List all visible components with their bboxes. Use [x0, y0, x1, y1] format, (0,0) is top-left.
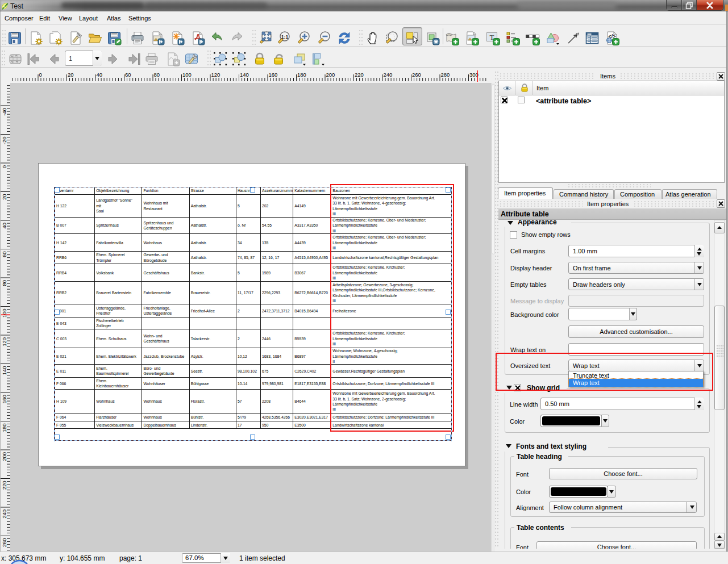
svg-text:200: 200 [326, 72, 335, 78]
svg-text:40: 40 [1, 223, 7, 229]
svg-text:220: 220 [1, 481, 7, 490]
svg-text:220: 220 [355, 72, 364, 78]
svg-text:0: 0 [39, 72, 42, 78]
svg-text:240: 240 [1, 509, 7, 519]
svg-text:60: 60 [1, 252, 7, 258]
svg-text:260: 260 [412, 72, 421, 78]
svg-text:100: 100 [1, 309, 7, 318]
svg-text:80: 80 [1, 280, 7, 286]
svg-text:20: 20 [1, 194, 7, 200]
svg-text:120: 120 [1, 337, 7, 346]
svg-text:1:1: 1:1 [281, 34, 289, 40]
svg-text:100: 100 [182, 72, 192, 78]
svg-text:240: 240 [384, 72, 393, 78]
svg-text:260: 260 [1, 538, 7, 548]
svg-text:0: 0 [1, 165, 7, 168]
svg-text:-40: -40 [1, 108, 7, 116]
svg-text:180: 180 [1, 424, 7, 433]
svg-text:180: 180 [297, 72, 306, 78]
svg-text:120: 120 [211, 72, 221, 78]
svg-text:280: 280 [441, 72, 450, 78]
svg-text:140: 140 [1, 366, 7, 375]
svg-text:60: 60 [125, 72, 131, 78]
svg-text:40: 40 [97, 72, 103, 78]
svg-text:80: 80 [154, 72, 160, 78]
svg-text:-20: -20 [1, 137, 7, 145]
svg-text:160: 160 [1, 395, 7, 404]
svg-text:160: 160 [269, 72, 278, 78]
svg-text:20: 20 [68, 72, 74, 78]
svg-text:200: 200 [1, 452, 7, 461]
svg-text:140: 140 [240, 72, 249, 78]
